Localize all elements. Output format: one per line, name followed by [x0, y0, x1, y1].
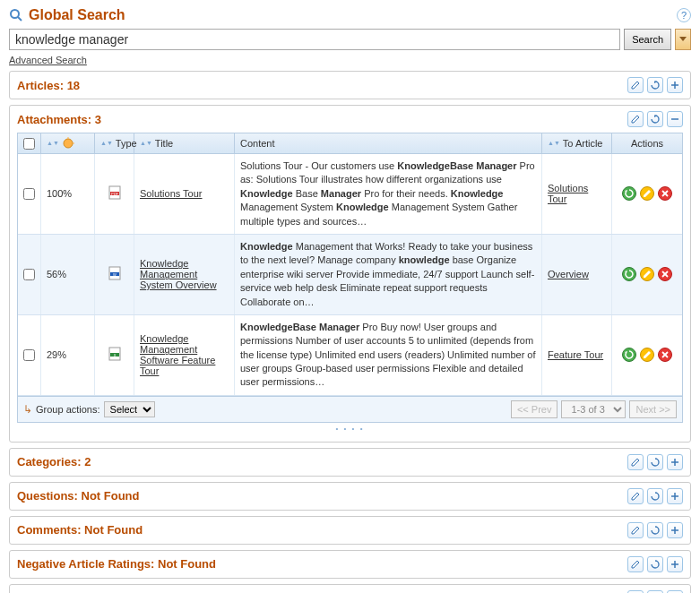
section-negative-ratings: Negative Article Ratings: Not Found: [9, 550, 691, 579]
refresh-section-button[interactable]: [647, 556, 663, 572]
expand-section-button[interactable]: [667, 556, 683, 572]
grid-footer: ↳ Group actions: Select << Prev 1-3 of 3…: [18, 396, 682, 422]
prev-page-button[interactable]: << Prev: [511, 400, 558, 418]
col-actions: Actions: [612, 133, 682, 153]
relevance-cell: 100%: [41, 154, 95, 234]
to-article-link[interactable]: Solutions Tour: [548, 183, 606, 204]
to-article-link[interactable]: Overview: [548, 269, 589, 279]
section-title: Negative Article Ratings: Not Found: [17, 557, 216, 571]
group-actions-label: Group actions:: [36, 404, 100, 415]
table-row: 56%WKnowledge Management System Overview…: [18, 235, 682, 315]
refresh-section-button[interactable]: [647, 454, 663, 470]
svg-text:W: W: [113, 272, 117, 277]
section-comments: Comments: Not Found: [9, 516, 691, 545]
edit-section-button[interactable]: [627, 454, 644, 470]
relevance-cell: 56%: [41, 235, 95, 314]
expand-section-button[interactable]: [667, 522, 683, 538]
row-checkbox[interactable]: [23, 188, 35, 200]
refresh-row-button[interactable]: [622, 348, 636, 362]
section-title: Questions: Not Found: [17, 489, 139, 503]
search-row: Search: [9, 29, 691, 50]
section-title: Attachments: 3: [17, 113, 101, 126]
row-checkbox[interactable]: [23, 349, 35, 361]
pdf-icon: PDF: [108, 185, 122, 202]
search-options-dropdown[interactable]: [675, 29, 691, 50]
group-actions-select[interactable]: Select: [104, 401, 155, 417]
col-content[interactable]: Content: [235, 133, 542, 153]
col-title[interactable]: ▲▼Title: [134, 133, 235, 153]
content-cell: Knowledge Management that Works! Ready t…: [235, 235, 542, 314]
advanced-search-link[interactable]: Advanced Search: [9, 55, 87, 65]
edit-row-button[interactable]: [640, 267, 654, 281]
grid-header: ▲▼ ▲▼Type ▲▼Title Content ▲▼To Article A…: [18, 133, 682, 154]
section-glossary: Glossary: Not Found: [9, 584, 691, 593]
expand-section-button[interactable]: [667, 77, 683, 93]
col-relevance[interactable]: ▲▼: [41, 133, 95, 153]
svg-text:PDF: PDF: [111, 192, 119, 196]
to-article-link[interactable]: Feature Tour: [548, 349, 603, 360]
group-action-arrow-icon: ↳: [23, 403, 32, 416]
section-title: Comments: Not Found: [17, 523, 143, 537]
svg-marker-2: [679, 37, 687, 41]
edit-row-button[interactable]: [640, 186, 654, 201]
col-type[interactable]: ▲▼Type: [95, 133, 134, 153]
resize-handle[interactable]: • • • •: [17, 423, 683, 434]
delete-row-button[interactable]: [658, 348, 672, 362]
select-all-checkbox[interactable]: [23, 138, 35, 150]
refresh-row-button[interactable]: [622, 267, 636, 281]
row-checkbox[interactable]: [23, 269, 35, 280]
help-button[interactable]: ?: [677, 8, 691, 22]
title-link[interactable]: Knowledge Management Software Feature To…: [140, 333, 229, 376]
content-cell: Solutions Tour - Our customers use Knowl…: [235, 154, 542, 234]
section-questions: Questions: Not Found: [9, 482, 691, 511]
title-link[interactable]: Knowledge Management System Overview: [140, 258, 229, 290]
relevance-icon: [62, 137, 74, 150]
filetype-cell: W: [95, 235, 134, 314]
section-articles: Articles: 18: [9, 71, 691, 99]
edit-section-button[interactable]: [627, 556, 644, 572]
refresh-section-button[interactable]: [647, 522, 663, 538]
refresh-section-button[interactable]: [647, 488, 663, 504]
expand-section-button[interactable]: [667, 488, 683, 504]
svg-text:X: X: [113, 353, 116, 357]
section-title: Categories: 2: [17, 455, 91, 468]
doc-icon: W: [108, 266, 122, 282]
page-range-select[interactable]: 1-3 of 3: [561, 400, 626, 418]
edit-section-button[interactable]: [627, 488, 644, 504]
filetype-cell: PDF: [95, 154, 134, 234]
expand-section-button[interactable]: [667, 454, 683, 470]
delete-row-button[interactable]: [658, 186, 672, 201]
section-title: Articles: 18: [17, 79, 80, 92]
edit-section-button[interactable]: [627, 77, 644, 93]
title-link[interactable]: Solutions Tour: [140, 188, 203, 199]
filetype-cell: X: [95, 315, 134, 395]
search-button[interactable]: Search: [624, 29, 671, 50]
col-to-article[interactable]: ▲▼To Article: [542, 133, 612, 153]
refresh-section-button[interactable]: [647, 77, 663, 93]
section-attachments: Attachments: 3 ▲▼ ▲▼Type ▲▼Title Content…: [9, 105, 691, 443]
section-categories: Categories: 2: [9, 448, 691, 477]
refresh-section-button[interactable]: [647, 111, 663, 127]
next-page-button[interactable]: Next >>: [629, 400, 677, 418]
refresh-row-button[interactable]: [622, 186, 636, 201]
collapse-section-button[interactable]: [667, 111, 683, 127]
edit-section-button[interactable]: [627, 522, 644, 538]
table-row: 100%PDFSolutions TourSolutions Tour - Ou…: [18, 154, 682, 235]
xls-icon: X: [108, 347, 122, 363]
edit-section-button[interactable]: [627, 111, 644, 127]
svg-point-0: [11, 10, 19, 18]
svg-point-8: [64, 139, 73, 148]
table-row: 29%XKnowledge Management Software Featur…: [18, 315, 682, 396]
page-title: Global Search: [29, 7, 125, 23]
edit-row-button[interactable]: [640, 348, 654, 362]
attachments-grid: ▲▼ ▲▼Type ▲▼Title Content ▲▼To Article A…: [17, 133, 683, 423]
page-header: Global Search ?: [9, 7, 691, 23]
search-input[interactable]: [9, 29, 620, 50]
svg-line-1: [18, 17, 22, 21]
delete-row-button[interactable]: [658, 267, 672, 281]
relevance-cell: 29%: [41, 315, 95, 395]
search-icon: [9, 8, 23, 22]
content-cell: KnowledgeBase Manager Pro Buy now! User …: [235, 315, 542, 395]
